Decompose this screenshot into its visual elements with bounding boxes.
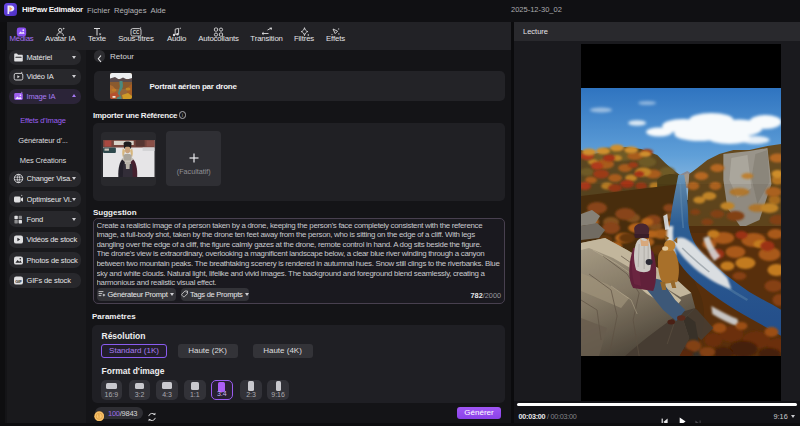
svg-text:GIF: GIF (15, 278, 22, 283)
